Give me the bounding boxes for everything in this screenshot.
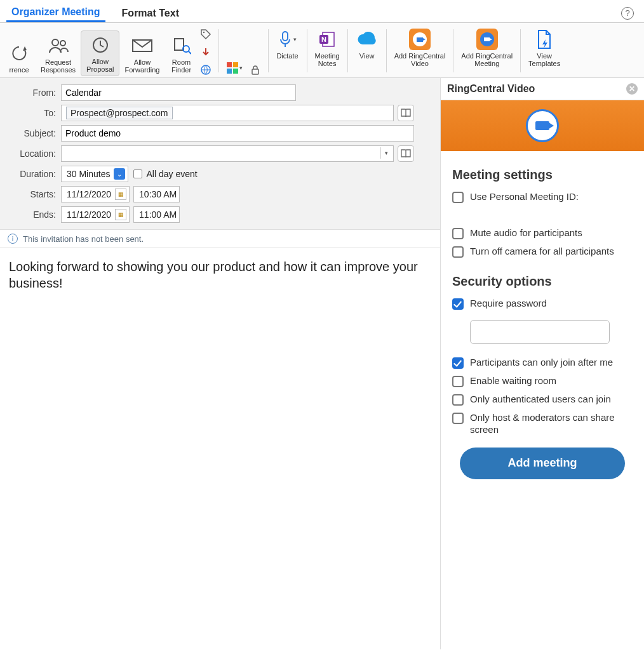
- waiting-room-checkbox[interactable]: [452, 376, 464, 387]
- chevron-down-icon[interactable]: ▾: [380, 147, 392, 159]
- view-templates-button[interactable]: View Templates: [523, 25, 565, 76]
- end-time-field[interactable]: 11:00 AM: [133, 206, 180, 223]
- start-time-field[interactable]: 10:30 AM: [133, 186, 180, 202]
- room-finder-icon: [170, 34, 193, 57]
- mute-audio-checkbox[interactable]: [452, 228, 464, 239]
- add-rc-video-label: Add RingCentral Video: [394, 52, 446, 67]
- join-after-me-checkbox[interactable]: [452, 357, 464, 369]
- allow-forwarding-button[interactable]: Allow Forwarding: [119, 32, 164, 76]
- add-ringcentral-meeting-button[interactable]: Add RingCentral Meeting: [456, 25, 518, 76]
- duration-label: Duration:: [8, 169, 61, 179]
- password-input[interactable]: [470, 320, 610, 344]
- to-chip[interactable]: Prospect@prospect.com: [66, 107, 173, 119]
- people-icon: [47, 34, 70, 57]
- allday-label: All day event: [146, 169, 197, 179]
- categorize-button[interactable]: ▾: [222, 56, 248, 76]
- calendar-icon[interactable]: ▦: [115, 209, 126, 220]
- to-field[interactable]: Prospect@prospect.com: [61, 105, 394, 121]
- waiting-room-label: Enable waiting room: [470, 375, 556, 387]
- meeting-form: From: To: Prospect@prospect.com Subject:…: [0, 78, 440, 230]
- meeting-settings-title: Meeting settings: [452, 168, 633, 182]
- dictate-label: Dictate: [276, 52, 298, 60]
- globe-icon[interactable]: [199, 63, 212, 76]
- duration-value: 30 Minutes: [67, 169, 110, 179]
- panel-title-text: RingCentral Video: [447, 83, 535, 95]
- onenote-icon: N: [316, 28, 339, 51]
- ringcentral-meeting-icon: [476, 28, 499, 51]
- end-time-value: 11:00 AM: [139, 209, 177, 220]
- request-responses-button[interactable]: Request Responses: [36, 32, 81, 76]
- host-share-checkbox[interactable]: [452, 413, 464, 424]
- view-label: View: [359, 52, 375, 60]
- ends-label: Ends:: [8, 209, 61, 220]
- info-icon: i: [8, 234, 18, 244]
- add-ringcentral-video-button[interactable]: Add RingCentral Video: [389, 25, 451, 76]
- dictate-button[interactable]: ▾ Dictate: [271, 25, 304, 76]
- room-finder-button[interactable]: Room Finder: [165, 32, 198, 76]
- notice-text: This invitation has not been sent.: [23, 234, 144, 244]
- microphone-icon: ▾: [276, 28, 299, 51]
- cloud-icon: [356, 28, 379, 51]
- svg-rect-8: [252, 69, 258, 74]
- calendar-icon[interactable]: ▦: [115, 189, 126, 200]
- start-time-value: 10:30 AM: [139, 189, 177, 199]
- room-finder-label: Room Finder: [171, 58, 191, 74]
- svg-rect-9: [283, 32, 288, 41]
- end-date-value: 11/12/2020: [67, 209, 111, 220]
- require-password-label: Require password: [470, 298, 547, 310]
- envelope-icon: [131, 34, 154, 57]
- starts-label: Starts:: [8, 189, 61, 199]
- allow-proposal-button[interactable]: Allow Proposal: [81, 30, 119, 76]
- address-book-button[interactable]: [398, 105, 414, 121]
- location-book-button[interactable]: [398, 145, 414, 162]
- document-lightning-icon: [533, 28, 556, 51]
- subject-field[interactable]: [61, 125, 414, 142]
- tab-format-text[interactable]: Format Text: [117, 5, 184, 22]
- video-hero-icon: [526, 109, 559, 142]
- auth-users-label: Only authenticated users can join: [470, 394, 611, 406]
- request-responses-label: Request Responses: [41, 58, 76, 74]
- chevron-down-icon: ▾: [239, 65, 243, 71]
- book-icon: [400, 108, 412, 118]
- recurrence-icon: [8, 42, 30, 65]
- panel-hero: [441, 100, 644, 151]
- tab-organizer-meeting[interactable]: Organizer Meeting: [6, 4, 105, 22]
- allow-forwarding-label: Allow Forwarding: [124, 58, 159, 74]
- compose-pane: From: To: Prospect@prospect.com Subject:…: [0, 78, 441, 649]
- chevron-down-icon: ⌄: [114, 168, 125, 180]
- from-field[interactable]: [61, 84, 296, 101]
- ribbon-mini-column: [198, 25, 216, 76]
- join-after-me-label: Participants can only join after me: [470, 357, 613, 369]
- message-body[interactable]: Looking forward to showing you our produ…: [0, 248, 440, 649]
- meeting-notes-button[interactable]: N Meeting Notes: [310, 25, 345, 76]
- turn-off-camera-checkbox[interactable]: [452, 246, 464, 258]
- add-meeting-button[interactable]: Add meeting: [460, 448, 625, 479]
- recurrence-button[interactable]: rrence: [3, 39, 36, 76]
- svg-point-6: [203, 32, 204, 33]
- add-rc-meeting-label: Add RingCentral Meeting: [461, 52, 513, 67]
- allday-checkbox[interactable]: [133, 169, 142, 178]
- duration-select[interactable]: 30 Minutes ⌄: [61, 166, 128, 182]
- start-date-value: 11/12/2020: [67, 189, 111, 199]
- location-field[interactable]: ▾: [61, 145, 394, 162]
- allow-proposal-label: Allow Proposal: [86, 58, 114, 73]
- svg-point-0: [52, 39, 58, 46]
- turn-off-camera-label: Turn off camera for all participants: [470, 246, 614, 258]
- help-icon[interactable]: ?: [621, 7, 634, 20]
- ribbon-toolbar: rrence Request Responses Allow Proposal …: [0, 23, 644, 78]
- tag-icon[interactable]: [199, 28, 212, 41]
- panel-header: RingCentral Video ✕: [441, 78, 644, 100]
- book-icon: [400, 149, 412, 159]
- arrow-down-icon[interactable]: [199, 46, 212, 58]
- use-pmi-label: Use Personal Meeting ID:: [470, 191, 579, 203]
- start-date-field[interactable]: 11/12/2020▦: [61, 186, 130, 202]
- host-share-label: Only host & moderators can share screen: [470, 412, 633, 436]
- view-button[interactable]: View: [351, 25, 384, 76]
- end-date-field[interactable]: 11/12/2020▦: [61, 206, 130, 223]
- require-password-checkbox[interactable]: [452, 298, 464, 310]
- lock-icon[interactable]: [249, 63, 262, 76]
- use-pmi-checkbox[interactable]: [452, 192, 464, 203]
- close-icon[interactable]: ✕: [626, 83, 638, 95]
- security-options-title: Security options: [452, 274, 633, 289]
- auth-users-checkbox[interactable]: [452, 394, 464, 406]
